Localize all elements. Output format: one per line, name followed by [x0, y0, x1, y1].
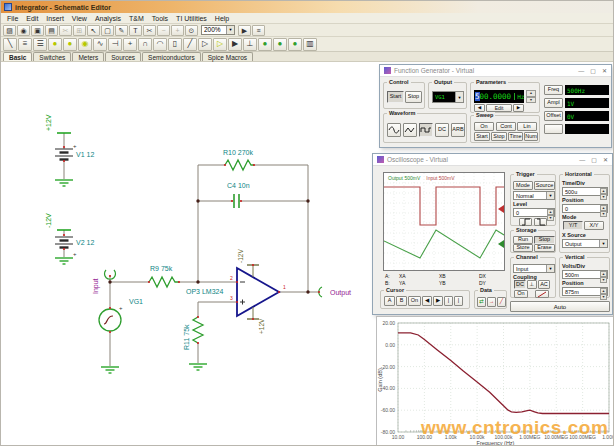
fg-sweep-num-button[interactable]: Num	[524, 132, 538, 141]
fg-extra-button[interactable]	[544, 124, 563, 134]
r9-label[interactable]: R9 75k	[150, 265, 173, 272]
coupling-dc-button[interactable]: DC	[514, 280, 526, 289]
trigger-mode-select[interactable]: Normal ▼	[513, 191, 555, 200]
trigger-source-button[interactable]: Source	[534, 181, 555, 190]
mode-xy-button[interactable]: X/Y	[584, 221, 604, 230]
transformer-tool[interactable]: ◠	[153, 38, 167, 51]
import-button[interactable]: ◉	[17, 25, 30, 36]
maximize-icon[interactable]: ▢	[590, 68, 596, 74]
voltage-source-tool[interactable]: ●	[48, 38, 62, 51]
fg-prev-digit-button[interactable]: ◀	[474, 104, 485, 112]
menu-view[interactable]: View	[68, 15, 91, 22]
menu-insert[interactable]: Insert	[42, 15, 68, 22]
tab-sources[interactable]: Sources	[105, 52, 141, 61]
led-tool[interactable]: ▷	[213, 38, 227, 51]
tab-switches[interactable]: Switches	[33, 52, 71, 61]
oscilloscope-window[interactable]: Oscilloscope - Virtual —▢✕ Output 500mVI…	[372, 153, 613, 315]
chevron-down-icon[interactable]: ▼	[546, 192, 554, 199]
timediv-spinner[interactable]: 500u ▲▼	[562, 187, 608, 196]
function-generator-window[interactable]: Function Generator - Virtual —▢✕ Control…	[379, 64, 612, 148]
spin-down-icon[interactable]: ▼	[600, 294, 607, 300]
spin-down-icon[interactable]: ▼	[600, 194, 607, 200]
save-button[interactable]: ▣	[31, 25, 44, 36]
interactive-mode-button[interactable]: ▶	[238, 25, 251, 36]
trigger-mode-button[interactable]: Mode	[513, 181, 533, 190]
v2-label[interactable]: V2 12	[76, 239, 94, 246]
fg-offset-button[interactable]: Offset	[544, 111, 563, 121]
trigger-falling-edge-button[interactable]	[534, 218, 547, 226]
jumper-tool[interactable]: +	[123, 38, 137, 51]
mode-yt-button[interactable]: Y/T	[563, 221, 583, 230]
fg-frequency-display[interactable]: 500.0000 Hz	[474, 90, 524, 103]
wires[interactable]	[64, 133, 318, 366]
scope-data-export-button[interactable]: ⇄	[477, 297, 486, 307]
fg-next-digit-button[interactable]: ▶	[513, 104, 524, 112]
cursor-left-button[interactable]: ◀	[422, 296, 432, 306]
pen-tool-button[interactable]: ✎	[115, 25, 128, 36]
close-icon[interactable]: ✕	[603, 157, 608, 163]
v-position-spinner[interactable]: 875m ▲▼	[562, 287, 608, 296]
inductor-tool[interactable]: ∩	[138, 38, 152, 51]
cursor-on-button[interactable]: On	[408, 296, 421, 306]
fg-sweep-lin-button[interactable]: Lin	[517, 122, 537, 131]
r11-label[interactable]: R11 75k	[183, 324, 190, 350]
fg-arb-button[interactable]: ARB	[451, 123, 465, 137]
trigger-level-spinner[interactable]: 0 ▲▼	[513, 208, 555, 217]
oscilloscope-titlebar[interactable]: Oscilloscope - Virtual —▢✕	[373, 154, 612, 166]
zoom-select[interactable]: 200%▼	[201, 25, 235, 35]
minimize-icon[interactable]: —	[579, 157, 585, 163]
fg-square-button[interactable]	[419, 123, 433, 137]
current-source-tool[interactable]: ●	[63, 38, 77, 51]
tab-meters[interactable]: Meters	[72, 52, 104, 61]
output-label[interactable]: Output	[330, 289, 351, 297]
battery-tool[interactable]: ≡	[18, 38, 32, 51]
spin-down-icon[interactable]: ▼	[600, 277, 607, 283]
fg-sweep-time-button[interactable]: Time	[508, 132, 523, 141]
chevron-down-icon[interactable]: ▼	[599, 240, 607, 247]
chevron-down-icon[interactable]: ▼	[546, 265, 554, 272]
menu-file[interactable]: File	[3, 15, 22, 22]
xsource-select[interactable]: Output ▼	[562, 239, 608, 248]
opamp-op3[interactable]	[237, 265, 279, 319]
fg-start-button[interactable]: Start	[387, 91, 404, 103]
select-tool-button[interactable]: ▢	[101, 25, 114, 36]
menu-t-m[interactable]: T&M	[125, 15, 148, 22]
fg-sweep-on-button[interactable]: On	[474, 122, 494, 131]
channel-select[interactable]: Input ▼	[513, 264, 555, 273]
function-generator-titlebar[interactable]: Function Generator - Virtual —▢✕	[380, 65, 611, 77]
ohmmeter-tool[interactable]: ●	[288, 38, 302, 51]
toolbar-options-button[interactable]: ≡	[252, 25, 265, 36]
zoom-tool-button[interactable]: ⊙	[185, 25, 198, 36]
opamp-minus-rail-label[interactable]: -12V	[237, 249, 244, 263]
storage-stop-button[interactable]: Stop	[534, 236, 555, 244]
text-tool-button[interactable]: T	[129, 25, 142, 36]
ground-r11[interactable]	[189, 364, 207, 370]
plus12-label[interactable]: +12V	[45, 114, 52, 131]
fg-triangle-button[interactable]	[403, 123, 417, 137]
voltage-generator-vg1[interactable]: +	[99, 305, 123, 373]
resistor-r11[interactable]	[193, 317, 203, 343]
battery-v2[interactable]: +	[55, 230, 77, 264]
h-position-spinner[interactable]: 0 ▲▼	[562, 204, 608, 213]
fg-sine-button[interactable]	[387, 123, 401, 137]
chevron-down-icon[interactable]: ▼	[226, 26, 234, 34]
tab-semiconductors[interactable]: Semiconductors	[142, 52, 201, 61]
v1-label[interactable]: V1 12	[76, 151, 94, 158]
voltmeter-tool[interactable]: ●	[258, 38, 272, 51]
voltsdiv-spinner[interactable]: 500m ▲▼	[562, 270, 608, 279]
cursor-right-button[interactable]: ▶	[433, 296, 443, 306]
menu-edit[interactable]: Edit	[22, 15, 42, 22]
close-icon[interactable]: ✕	[602, 68, 607, 74]
relay-tool[interactable]: ▯	[168, 38, 182, 51]
spin-down-icon[interactable]: ▼	[547, 215, 554, 221]
fg-sweep-stop-button[interactable]: Stop	[491, 132, 507, 141]
opamp-plus-rail-label[interactable]: +12V	[258, 318, 265, 334]
resistor-r10[interactable]	[225, 160, 254, 170]
maximize-icon[interactable]: ▢	[591, 157, 597, 163]
resistor-r9[interactable]	[149, 277, 179, 287]
menu-ti-utilities[interactable]: TI Utilities	[172, 15, 211, 22]
cursor-line1-button[interactable]: |	[444, 296, 453, 306]
storage-store-button[interactable]: Store	[513, 244, 533, 252]
storage-erase-button[interactable]: Erase	[534, 244, 555, 252]
print-button[interactable]: ▤	[45, 25, 58, 36]
